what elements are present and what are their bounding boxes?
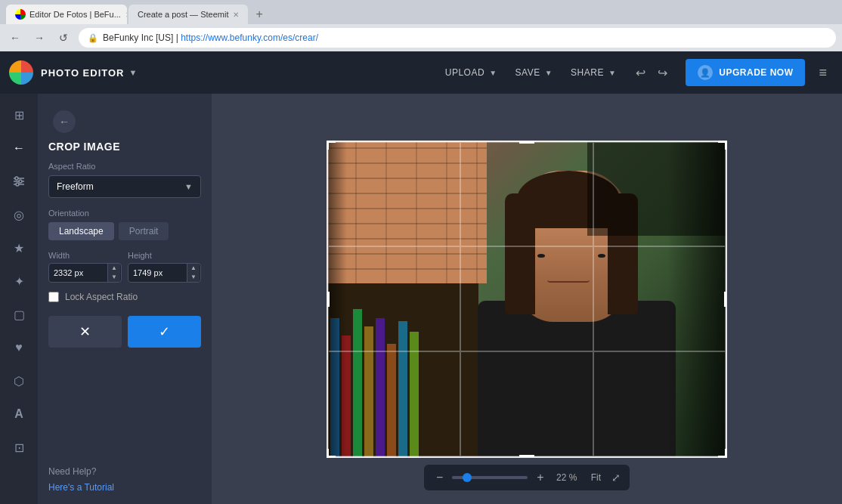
height-spinners: ▲ ▼ bbox=[187, 264, 200, 282]
svg-point-3 bbox=[15, 177, 18, 180]
height-input[interactable] bbox=[128, 264, 187, 281]
tutorial-link[interactable]: Here's a Tutorial bbox=[48, 482, 114, 493]
edge-handle-top[interactable] bbox=[519, 141, 534, 144]
zoom-expand-button[interactable]: ⤢ bbox=[611, 472, 621, 484]
share-button[interactable]: SHARE ▼ bbox=[562, 63, 625, 82]
hamburger-menu-button[interactable]: ≡ bbox=[813, 62, 833, 84]
zoom-in-button[interactable]: + bbox=[534, 469, 546, 486]
zoom-fit-button[interactable]: Fit bbox=[587, 471, 605, 484]
reload-button[interactable]: ↺ bbox=[54, 29, 73, 47]
sidebar-item-shape[interactable]: ⬡ bbox=[5, 367, 33, 394]
portrait-button[interactable]: Portrait bbox=[119, 222, 169, 240]
app-header: PHOTO EDITOR ▼ UPLOAD ▼ SAVE ▼ SHARE ▼ ↩… bbox=[0, 51, 842, 94]
sidebar-icons: ⊞ ← ◎ ★ ✦ ▢ ♥ ⬡ A ⊡ bbox=[0, 94, 38, 504]
undo-redo-group: ↩ ↪ bbox=[631, 63, 672, 83]
corner-handle-bl[interactable] bbox=[327, 449, 336, 458]
sidebar-item-texture[interactable]: ⊡ bbox=[5, 434, 33, 461]
sidebar-item-adjustments[interactable] bbox=[5, 168, 33, 195]
grid-cell-8 bbox=[460, 351, 593, 456]
width-label: Width bbox=[48, 251, 122, 260]
corner-handle-br[interactable] bbox=[718, 449, 727, 458]
address-bar[interactable]: 🔒 BeFunky Inc [US] | https://www.befunky… bbox=[79, 28, 836, 48]
url-text: https://www.befunky.com/es/crear/ bbox=[181, 32, 318, 43]
height-label: Height bbox=[128, 251, 201, 260]
forward-nav-button[interactable]: → bbox=[30, 29, 48, 47]
save-arrow: ▼ bbox=[545, 69, 553, 77]
save-button[interactable]: SAVE ▼ bbox=[506, 63, 562, 82]
aspect-ratio-label: Aspect Ratio bbox=[48, 162, 201, 171]
orientation-buttons: Landscape Portrait bbox=[48, 222, 201, 240]
app-title-dropdown[interactable]: ▼ bbox=[128, 68, 137, 77]
cancel-button[interactable]: ✕ bbox=[48, 316, 122, 348]
redo-button[interactable]: ↪ bbox=[653, 63, 672, 83]
app-body: ⊞ ← ◎ ★ ✦ ▢ ♥ ⬡ A ⊡ ← CROP IMAGE bbox=[0, 94, 842, 504]
crop-grid bbox=[328, 142, 726, 456]
confirm-button[interactable]: ✓ bbox=[128, 316, 201, 348]
sidebar-item-effects[interactable]: ✦ bbox=[5, 267, 33, 295]
app-title: PHOTO EDITOR bbox=[41, 67, 124, 79]
aspect-ratio-dropdown[interactable]: Freeform ▼ bbox=[48, 175, 201, 198]
undo-button[interactable]: ↩ bbox=[631, 63, 650, 83]
tab-steemit[interactable]: Create a post — Steemit ✕ bbox=[128, 5, 248, 24]
orientation-label: Orientation bbox=[48, 209, 201, 218]
tab-new[interactable]: + bbox=[249, 5, 268, 24]
edge-handle-bottom[interactable] bbox=[519, 455, 534, 457]
grid-cell-3 bbox=[593, 142, 726, 247]
grid-cell-5 bbox=[460, 246, 593, 351]
sidebar-item-layers[interactable]: ⊞ bbox=[5, 101, 33, 128]
dimensions-row: Width ▲ ▼ Height ▲ bbox=[48, 251, 201, 283]
upgrade-icon: 👤 bbox=[698, 65, 713, 80]
sidebar-item-eye[interactable]: ◎ bbox=[5, 201, 33, 228]
upload-button[interactable]: UPLOAD ▼ bbox=[436, 63, 506, 82]
crop-overlay[interactable] bbox=[327, 141, 727, 458]
upgrade-label: UPGRADE NOW bbox=[719, 67, 793, 78]
tab-befunky[interactable]: Editor De Fotos | BeFu... ✕ bbox=[6, 5, 127, 24]
width-input[interactable] bbox=[49, 264, 107, 281]
share-arrow: ▼ bbox=[608, 69, 616, 77]
tab-close-steemit[interactable]: ✕ bbox=[233, 11, 239, 19]
grid-cell-7 bbox=[328, 351, 460, 456]
sidebar-item-frame[interactable]: ▢ bbox=[5, 301, 33, 328]
width-increment[interactable]: ▲ bbox=[108, 264, 120, 273]
grid-cell-2 bbox=[460, 142, 593, 247]
help-title: Need Help? bbox=[48, 466, 201, 477]
grid-cell-6 bbox=[593, 246, 726, 351]
zoom-slider-track[interactable] bbox=[452, 476, 528, 479]
lock-icon: 🔒 bbox=[88, 33, 98, 43]
panel-back-button[interactable]: ← bbox=[53, 110, 76, 133]
tab-favicon-befunky bbox=[15, 9, 26, 20]
height-decrement[interactable]: ▼ bbox=[187, 273, 200, 282]
height-input-wrap: ▲ ▼ bbox=[128, 263, 201, 283]
height-increment[interactable]: ▲ bbox=[187, 264, 200, 273]
edge-handle-right[interactable] bbox=[724, 292, 726, 307]
url-separator: | bbox=[173, 32, 181, 43]
sidebar-item-star[interactable]: ★ bbox=[5, 234, 33, 261]
lock-row: Lock Aspect Ratio bbox=[48, 292, 201, 302]
tab-close-befunky[interactable]: ✕ bbox=[125, 11, 127, 19]
lock-checkbox[interactable] bbox=[48, 292, 59, 302]
help-section: Need Help? Here's a Tutorial bbox=[38, 466, 212, 504]
sidebar-item-heart[interactable]: ♥ bbox=[5, 334, 33, 361]
zoom-out-button[interactable]: − bbox=[433, 469, 446, 486]
upgrade-button[interactable]: 👤 UPGRADE NOW bbox=[686, 59, 805, 86]
width-decrement[interactable]: ▼ bbox=[108, 273, 120, 282]
back-nav-button[interactable]: ← bbox=[6, 29, 24, 47]
zoom-slider-thumb[interactable] bbox=[463, 473, 472, 482]
sidebar-item-back[interactable]: ← bbox=[5, 135, 33, 162]
sidebar-item-text[interactable]: A bbox=[5, 400, 33, 428]
grid-cell-4 bbox=[328, 246, 460, 351]
width-spinners: ▲ ▼ bbox=[107, 264, 120, 282]
svg-point-5 bbox=[16, 183, 19, 186]
landscape-button[interactable]: Landscape bbox=[48, 222, 114, 240]
share-label: SHARE bbox=[571, 67, 604, 78]
corner-handle-tl[interactable] bbox=[327, 141, 336, 150]
grid-cell-1 bbox=[328, 142, 460, 247]
tab-label-befunky: Editor De Fotos | BeFu... bbox=[29, 10, 121, 19]
zoom-percentage: 22 % bbox=[553, 472, 580, 483]
save-label: SAVE bbox=[515, 67, 540, 78]
corner-handle-tr[interactable] bbox=[718, 141, 727, 150]
cancel-icon: ✕ bbox=[79, 323, 91, 340]
edge-handle-left[interactable] bbox=[327, 292, 330, 307]
panel-content: Aspect Ratio Freeform ▼ Orientation Land… bbox=[38, 162, 212, 466]
panel-header: CROP IMAGE bbox=[38, 141, 212, 162]
